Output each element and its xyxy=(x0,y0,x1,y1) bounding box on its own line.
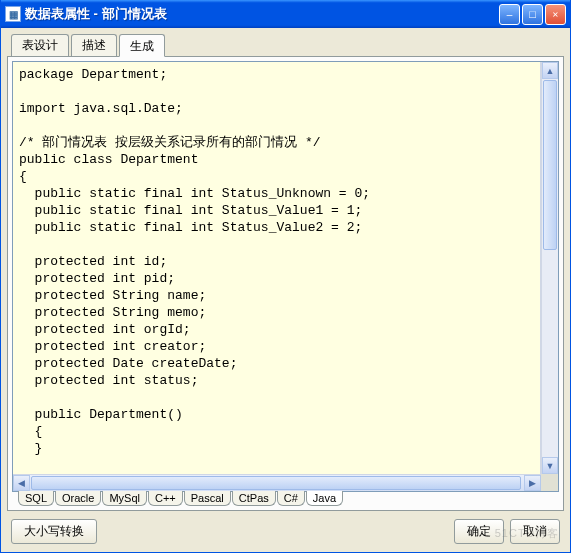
page-frame: package Department; import java.sql.Date… xyxy=(7,56,564,511)
scroll-corner xyxy=(541,474,558,491)
horizontal-scrollbar[interactable]: ◀ ▶ xyxy=(13,474,541,491)
btab-oracle[interactable]: Oracle xyxy=(55,491,101,506)
tab-description[interactable]: 描述 xyxy=(71,34,117,56)
tab-table-design[interactable]: 表设计 xyxy=(11,34,69,56)
btab-cpp[interactable]: C++ xyxy=(148,491,183,506)
scroll-down-button[interactable]: ▼ xyxy=(542,457,558,474)
btab-java[interactable]: Java xyxy=(306,491,343,506)
client-area: 表设计 描述 生成 package Department; import jav… xyxy=(1,28,570,552)
horizontal-scroll-track[interactable] xyxy=(30,475,524,491)
code-textarea[interactable]: package Department; import java.sql.Date… xyxy=(13,62,541,474)
code-scroll-area: package Department; import java.sql.Date… xyxy=(13,62,558,474)
btab-csharp[interactable]: C# xyxy=(277,491,305,506)
horizontal-scroll-thumb[interactable] xyxy=(31,476,521,490)
btab-mysql[interactable]: MySql xyxy=(102,491,147,506)
btab-ctpas[interactable]: CtPas xyxy=(232,491,276,506)
top-tabstrip: 表设计 描述 生成 xyxy=(7,34,564,56)
btab-pascal[interactable]: Pascal xyxy=(184,491,231,506)
bottom-tabstrip: SQL Oracle MySql C++ Pascal CtPas C# Jav… xyxy=(12,491,559,506)
close-button[interactable]: × xyxy=(545,4,566,25)
vertical-scrollbar[interactable]: ▲ ▼ xyxy=(541,62,558,474)
code-editor: package Department; import java.sql.Date… xyxy=(12,61,559,492)
btab-sql[interactable]: SQL xyxy=(18,491,54,506)
ok-button[interactable]: 确定 xyxy=(454,519,504,544)
maximize-button[interactable]: □ xyxy=(522,4,543,25)
window-title: 数据表属性 - 部门情况表 xyxy=(25,5,499,23)
hscroll-row: ◀ ▶ xyxy=(13,474,558,491)
vertical-scroll-thumb[interactable] xyxy=(543,80,557,250)
case-toggle-button[interactable]: 大小写转换 xyxy=(11,519,97,544)
scroll-up-button[interactable]: ▲ xyxy=(542,62,558,79)
window-controls: – □ × xyxy=(499,4,566,25)
cancel-button[interactable]: 取消 xyxy=(510,519,560,544)
titlebar[interactable]: ▦ 数据表属性 - 部门情况表 – □ × xyxy=(1,0,570,28)
footer: 大小写转换 确定 取消 xyxy=(7,511,564,544)
window: ▦ 数据表属性 - 部门情况表 – □ × 表设计 描述 生成 package … xyxy=(0,0,571,553)
scroll-right-button[interactable]: ▶ xyxy=(524,475,541,491)
tab-generate[interactable]: 生成 xyxy=(119,34,165,57)
app-icon: ▦ xyxy=(5,6,21,22)
minimize-button[interactable]: – xyxy=(499,4,520,25)
scroll-left-button[interactable]: ◀ xyxy=(13,475,30,491)
